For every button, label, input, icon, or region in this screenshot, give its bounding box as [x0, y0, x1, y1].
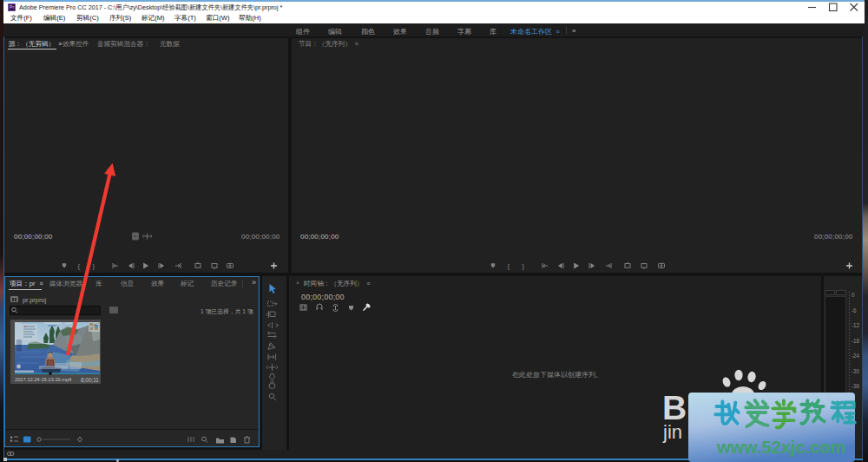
svg-text:}: }: [93, 262, 95, 270]
svg-text:jin: jin: [662, 421, 682, 443]
svg-text:}: }: [523, 262, 525, 270]
svg-text:www.52xjc.com: www.52xjc.com: [716, 438, 845, 457]
svg-text:{: {: [508, 262, 510, 270]
svg-text:{: {: [78, 262, 81, 270]
